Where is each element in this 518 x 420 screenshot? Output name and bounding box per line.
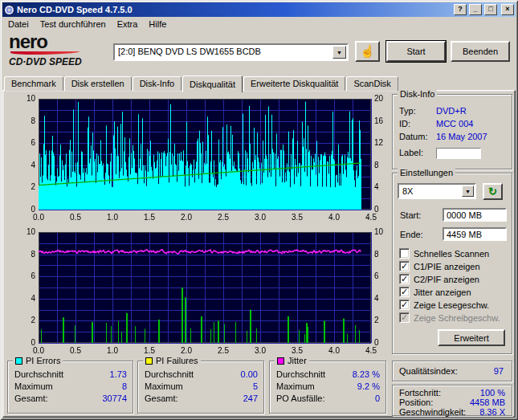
advanced-button[interactable]: Erweitert [438, 329, 505, 346]
window-title: Nero CD-DVD Speed 4.7.5.0 [17, 5, 451, 14]
speed-row: Geschwindigkeit: 8.36 X [399, 407, 505, 417]
stat-row: Maximum5 [145, 381, 258, 392]
disk-label-field [436, 148, 481, 159]
speed-select[interactable]: 8X ▼ [398, 183, 476, 199]
start-button[interactable]: Start [386, 41, 446, 62]
quality-index-group: Qualitätsindex: 97 [392, 361, 512, 381]
end-position-input[interactable] [443, 227, 507, 241]
disk-type-row: Typ:DVD+R [399, 106, 467, 116]
checkbox-icon [399, 248, 410, 259]
checkbox-schnelles-scannen[interactable]: Schnelles Scannen [399, 247, 489, 259]
close-button[interactable]: × [501, 4, 514, 15]
disk-label-row: Label: [399, 148, 436, 158]
chevron-down-icon[interactable]: ▼ [462, 186, 474, 197]
drive-select[interactable]: [2:0] BENQ DVD LS DW1655 BCDB ▼ [113, 43, 349, 61]
stat-row: Gesamt:247 [145, 393, 258, 404]
drive-select-value: [2:0] BENQ DVD LS DW1655 BCDB [115, 45, 347, 56]
checkbox-icon [399, 300, 410, 310]
disk-info-group: Disk-Info Typ:DVD+R ID:MCC 004 Datum:16 … [392, 94, 512, 169]
pi-errors-color-icon [15, 357, 22, 365]
app-window: Nero CD-DVD Speed 4.7.5.0 ? _ □ × Datei … [0, 0, 518, 420]
disk-date-value: 16 May 2007 [436, 132, 487, 141]
pi-failures-stats-group: PI Failures Durchschnitt0.00 Maximum5 Ge… [137, 361, 264, 414]
progress-value: 100 % [480, 388, 505, 398]
tab-scandisk[interactable]: ScanDisk [346, 76, 398, 91]
tab-disk-erstellen[interactable]: Disk erstellen [64, 76, 132, 91]
titlebar[interactable]: Nero CD-DVD Speed 4.7.5.0 ? _ □ × [2, 2, 516, 17]
pi-failures-legend: PI Failures [143, 356, 201, 366]
disk-id-value: MCC 004 [436, 119, 473, 128]
stat-row: Durchschnitt8.23 % [276, 369, 380, 380]
checkbox-zeige-schreibgeschw: Zeige Schreibgeschw. [399, 312, 500, 324]
pi-errors-legend: PI Errors [13, 356, 63, 366]
toolbar: nero CD·DVD SPEED [2:0] BENQ DVD LS DW16… [2, 31, 516, 73]
nero-logo: nero CD·DVD SPEED [9, 33, 112, 67]
tab-disk-info[interactable]: Disk-Info [133, 76, 182, 91]
tab-erweiterte-diskqualitaet[interactable]: Erweiterte Diskqualität [243, 76, 345, 91]
settings-title: Einstellungen [398, 168, 455, 178]
start-position-input[interactable] [443, 208, 507, 222]
help-button[interactable]: ? [454, 4, 467, 15]
stat-row: Maximum9.2 % [276, 381, 380, 392]
quit-button[interactable]: Beenden [451, 41, 510, 62]
checkbox-icon [399, 287, 410, 297]
jitter-pif-chart [5, 226, 390, 357]
pi-errors-stats-group: PI Errors Durchschnitt1.73 Maximum8 Gesa… [7, 361, 133, 414]
position-row: Position: 4458 MB [399, 398, 505, 407]
tab-benchmark[interactable]: Benchmark [4, 76, 63, 91]
checkbox-c2-pif-anzeigen[interactable]: C2/PIF anzeigen [399, 273, 479, 285]
tab-strip: Benchmark Disk erstellen Disk-Info Diskq… [2, 74, 516, 91]
diskqualitaet-page: Disk-Info Typ:DVD+R ID:MCC 004 Datum:16 … [2, 90, 516, 418]
stat-row: Durchschnitt1.73 [14, 369, 127, 380]
quality-index-row: Qualitätsindex: 97 [399, 366, 505, 376]
refresh-icon: ↻ [488, 186, 497, 198]
settings-group: Einstellungen 8X ▼ ↻ Start: Ende: Schnel… [392, 173, 512, 354]
speed-value: 8.36 X [479, 407, 505, 417]
disk-id-row: ID:MCC 004 [399, 119, 473, 129]
minimize-button[interactable]: _ [469, 4, 482, 15]
menu-test-durchfuehren[interactable]: Test durchführen [35, 18, 112, 31]
tab-diskqualitaet[interactable]: Diskqualität [182, 75, 243, 92]
menu-datei[interactable]: Datei [2, 18, 35, 31]
position-value: 4458 MB [470, 398, 505, 407]
jitter-legend: Jitter [275, 356, 309, 366]
disk-type-value: DVD+R [436, 106, 467, 116]
jitter-stats-group: Jitter Durchschnitt8.23 % Maximum9.2 % P… [269, 361, 386, 414]
chevron-down-icon[interactable]: ▼ [332, 46, 346, 59]
menu-bar: Datei Test durchführen Extra Hilfe [2, 17, 516, 31]
checkbox-icon [399, 312, 410, 323]
stat-row: Gesamt:30774 [14, 393, 127, 404]
checkbox-icon [399, 261, 410, 271]
stat-row: PO Ausfälle:0 [276, 393, 380, 404]
start-position-label: Start: [400, 210, 421, 220]
checkbox-icon [399, 274, 410, 284]
stat-row: Durchschnitt0.00 [145, 369, 258, 380]
app-icon [4, 5, 14, 15]
end-position-label: Ende: [400, 230, 423, 239]
progress-group: Fortschritt: 100 % Position: 4458 MB Ges… [392, 385, 512, 416]
logo-subtext: CD·DVD SPEED [9, 56, 112, 67]
maximize-button[interactable]: □ [484, 4, 497, 15]
menu-extra[interactable]: Extra [112, 18, 144, 31]
refresh-speeds-button[interactable]: ↻ [483, 183, 503, 200]
jitter-color-icon [277, 357, 284, 365]
checkbox-zeige-lesegeschw[interactable]: Zeige Lesegeschw. [399, 299, 489, 311]
checkbox-c1-pie-anzeigen[interactable]: C1/PIE anzeigen [399, 260, 480, 272]
progress-row: Fortschritt: 100 % [399, 388, 505, 398]
menu-hilfe[interactable]: Hilfe [143, 18, 172, 31]
disk-info-title: Disk-Info [398, 89, 437, 100]
logo-text: nero [9, 33, 112, 51]
quality-index-value: 97 [494, 366, 504, 376]
hand-icon: ☝ [360, 44, 375, 59]
pi-errors-chart [5, 92, 390, 224]
pi-failures-color-icon [145, 357, 153, 365]
disk-date-row: Datum:16 May 2007 [399, 132, 487, 142]
stat-row: Maximum8 [14, 381, 127, 392]
drive-action-button[interactable]: ☝ [355, 41, 380, 62]
checkbox-jitter-anzeigen[interactable]: Jitter anzeigen [399, 286, 471, 298]
